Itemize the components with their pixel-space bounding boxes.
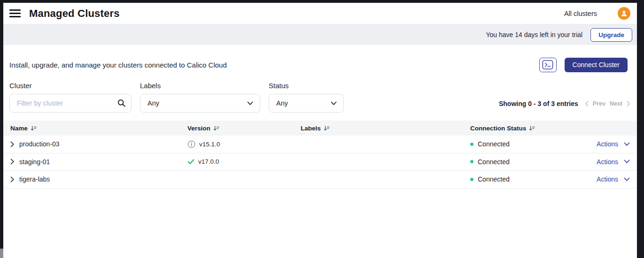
- check-icon: [187, 159, 194, 165]
- sort-icon: [31, 125, 37, 131]
- page-title: Managed Clusters: [29, 8, 120, 20]
- table-row: staging-01 v17.0.0 Connected Actions: [3, 153, 637, 171]
- info-icon[interactable]: [187, 140, 195, 148]
- status-filter-select[interactable]: Any: [269, 94, 344, 113]
- chevron-down-icon[interactable]: [624, 159, 630, 164]
- window-frame-left-bottom: [0, 249, 3, 258]
- cluster-version: v17.0.0: [198, 158, 219, 165]
- column-header-connection-status[interactable]: Connection Status: [470, 125, 535, 132]
- next-button[interactable]: Next: [610, 100, 622, 107]
- prev-chevron-icon[interactable]: [585, 101, 589, 106]
- prev-button[interactable]: Prev: [593, 100, 605, 107]
- status-filter-label: Status: [269, 82, 344, 90]
- trial-banner: You have 14 days left in your trial Upgr…: [3, 24, 637, 45]
- window-frame-left: [0, 3, 3, 249]
- managed-clusters-page: Managed Clusters All clusters You have 1…: [3, 3, 637, 258]
- clusters-table: Name Version: [3, 121, 637, 258]
- table-empty-area: [3, 189, 637, 258]
- terminal-button[interactable]: [539, 58, 557, 72]
- pagination: Showing 0 - 3 of 3 entries Prev Next: [499, 100, 630, 113]
- connect-cluster-button[interactable]: Connect Cluster: [565, 58, 628, 72]
- expand-row-chevron-icon[interactable]: [10, 176, 15, 182]
- trial-message: You have 14 days left in your trial: [486, 31, 583, 38]
- connection-status: Connected: [478, 175, 510, 183]
- cluster-filter-input[interactable]: [9, 94, 132, 113]
- cluster-scope-label[interactable]: All clusters: [564, 10, 597, 17]
- cluster-filter-label: Cluster: [9, 82, 132, 90]
- cluster-version: v15.1.0: [199, 141, 220, 148]
- labels-filter-group: Labels Any: [140, 82, 260, 113]
- labels-filter-value: Any: [147, 99, 159, 107]
- actions-button[interactable]: Actions: [597, 158, 618, 166]
- column-header-labels[interactable]: Labels: [301, 125, 330, 132]
- connection-status: Connected: [478, 140, 510, 148]
- labels-filter-label: Labels: [140, 82, 260, 90]
- column-header-version[interactable]: Version: [187, 125, 219, 132]
- cluster-name: staging-01: [19, 158, 50, 166]
- sort-icon: [324, 125, 330, 131]
- hamburger-menu-icon[interactable]: [9, 9, 21, 18]
- chevron-down-icon: [331, 101, 337, 106]
- cluster-name: tigera-labs: [19, 175, 50, 183]
- table-row: tigera-labs Connected Actions: [3, 171, 637, 189]
- search-icon: [117, 99, 126, 109]
- column-header-name[interactable]: Name: [10, 125, 37, 132]
- terminal-icon: [542, 60, 553, 69]
- user-avatar[interactable]: [618, 7, 630, 20]
- status-filter-group: Status Any: [269, 82, 344, 113]
- sort-icon: [213, 125, 219, 131]
- table-header-row: Name Version: [3, 121, 637, 136]
- status-filter-value: Any: [276, 99, 288, 107]
- cluster-name: production-03: [19, 140, 60, 148]
- person-icon: [620, 9, 628, 17]
- cluster-filter-group: Cluster: [9, 82, 132, 113]
- connection-status: Connected: [478, 158, 510, 166]
- actions-button[interactable]: Actions: [597, 140, 618, 148]
- filters-row: Cluster Labels Any: [9, 82, 630, 113]
- expand-row-chevron-icon[interactable]: [10, 159, 15, 165]
- window-frame-right: [637, 0, 644, 258]
- chevron-down-icon[interactable]: [624, 177, 630, 182]
- page-description: Install, upgrade, and manage your cluste…: [9, 61, 227, 69]
- intro-row: Install, upgrade, and manage your cluste…: [9, 57, 628, 72]
- expand-row-chevron-icon[interactable]: [10, 141, 15, 147]
- status-dot-icon: [470, 143, 473, 146]
- chevron-down-icon: [247, 101, 253, 106]
- next-chevron-icon[interactable]: [627, 101, 630, 106]
- status-dot-icon: [470, 160, 473, 163]
- top-bar: Managed Clusters All clusters: [3, 3, 637, 24]
- chevron-down-icon[interactable]: [624, 142, 630, 146]
- upgrade-button[interactable]: Upgrade: [590, 28, 632, 42]
- labels-filter-select[interactable]: Any: [140, 94, 260, 113]
- table-row: production-03 v15.1.0 Connected Actions: [3, 136, 637, 153]
- status-dot-icon: [470, 178, 473, 181]
- sort-icon: [529, 125, 535, 131]
- actions-button[interactable]: Actions: [597, 175, 618, 183]
- pagination-summary: Showing 0 - 3 of 3 entries: [499, 100, 578, 107]
